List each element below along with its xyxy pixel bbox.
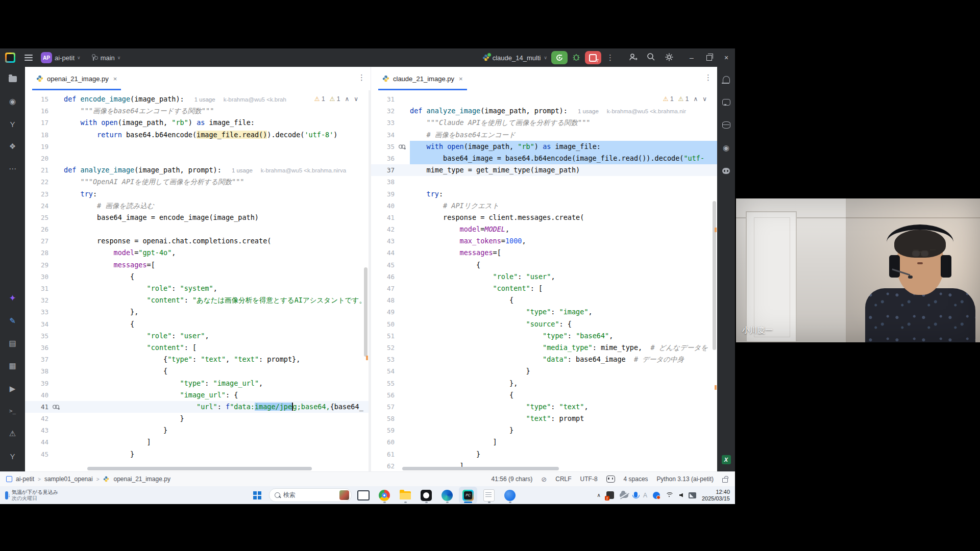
branch-selector[interactable]: main ∨ (89, 52, 124, 64)
antenna-icon[interactable]: A (643, 492, 647, 499)
terminal-tool-button[interactable]: >_ (6, 404, 20, 418)
weather-widget[interactable]: 気温が下がる見込み 次の火曜日 (0, 489, 112, 502)
ai-assistant-tool-button[interactable]: ✦ (6, 291, 20, 305)
edge-app-button[interactable] (438, 487, 456, 504)
settings-button[interactable] (665, 53, 674, 63)
tab-openai-file[interactable]: openai_21_image.py × (32, 67, 121, 90)
line-number[interactable]: 52 (371, 342, 395, 354)
code-line[interactable]: 41 response = client.messages.create( (371, 212, 717, 223)
explorer-app-button[interactable] (396, 487, 414, 504)
code-line[interactable]: 31 "role": "system", (25, 283, 369, 294)
line-number[interactable]: 22 (25, 176, 48, 188)
code-line[interactable]: 45 { (371, 259, 717, 271)
code-line[interactable]: 55 }, (371, 378, 717, 389)
line-number[interactable]: 32 (25, 294, 48, 306)
line-number[interactable]: 18 (25, 129, 48, 141)
line-number[interactable]: 20 (25, 153, 48, 164)
code-line[interactable]: 52 "media_type": mime_type, # どんなデータを (371, 342, 717, 354)
line-number[interactable]: 55 (371, 378, 395, 389)
code-line[interactable]: 25 base64_image = encode_image(image_pat… (25, 212, 369, 223)
status-sphere-icon[interactable] (653, 492, 660, 499)
line-number[interactable]: 57 (371, 401, 395, 413)
main-menu-icon[interactable] (24, 55, 33, 61)
line-number[interactable]: 58 (371, 413, 395, 424)
dependencies-tool-button[interactable]: ◉ (719, 141, 733, 155)
restore-window-button[interactable] (700, 48, 718, 67)
line-number[interactable]: 50 (371, 318, 395, 330)
code-line[interactable]: 50 "source": { (371, 318, 717, 330)
code-line[interactable]: 28 model="gpt-4o", (25, 247, 369, 259)
line-number[interactable]: 34 (25, 318, 48, 330)
code-line[interactable]: 24 # 画像を読み込む (25, 200, 369, 212)
line-number[interactable]: 23 (25, 188, 48, 200)
code-line[interactable]: 33 }, (25, 306, 369, 318)
prev-problem-button[interactable]: ∧ (345, 95, 349, 103)
code-line[interactable]: 42 model=MODEL, (371, 223, 717, 235)
ai-chat-tool-button[interactable] (719, 95, 733, 109)
search-everywhere-button[interactable] (647, 53, 655, 63)
line-number[interactable]: 37 (25, 354, 48, 365)
taskbar-clock[interactable]: 12:40 2025/03/15 (702, 489, 730, 502)
code-line[interactable]: 51 "type": "base64", (371, 330, 717, 342)
code-line[interactable]: 27 response = openai.chat.completions.cr… (25, 235, 369, 247)
commit-tool-button[interactable]: ◉ (6, 94, 20, 108)
code-line[interactable]: 37 mime_type = get_mime_type(image_path) (371, 164, 717, 176)
interpreter[interactable]: Python 3.13 (ai-petit) (657, 475, 714, 483)
version-control-tool-button[interactable]: Y (6, 449, 20, 463)
pull-requests-tool-button[interactable]: Y (6, 117, 20, 131)
line-number[interactable]: 31 (371, 93, 395, 105)
minimize-button[interactable]: – (683, 48, 700, 67)
line-number[interactable]: 34 (371, 129, 395, 141)
structure-tool-button[interactable]: ❖ (6, 140, 20, 154)
line-number[interactable]: 36 (371, 153, 395, 164)
code-line[interactable]: 53 "data": base64_image # データの中身 (371, 354, 717, 365)
prev-problem-button[interactable]: ∧ (693, 95, 698, 103)
code-line[interactable]: 22 """OpenAI APIを使用して画像を分析する関数""" (25, 176, 369, 188)
code-line[interactable]: 39 try: (371, 188, 717, 200)
line-number[interactable]: 39 (371, 188, 395, 200)
line-number[interactable]: 21 (25, 164, 48, 176)
code-line[interactable]: 44 ] (25, 436, 369, 448)
problems-tool-button[interactable]: ⚠ (6, 427, 20, 440)
excel-tool-button[interactable]: X (719, 453, 733, 467)
line-number[interactable]: 49 (371, 306, 395, 318)
line-number[interactable]: 37 (371, 164, 395, 176)
line-number[interactable]: 16 (25, 105, 48, 117)
code-line[interactable]: 46 "role": "user", (371, 271, 717, 283)
line-number[interactable]: 46 (371, 271, 395, 283)
code-line[interactable]: 16 """画像をbase64エンコードする関数""" (25, 105, 369, 117)
breadcrumb-project[interactable]: ai-petit (16, 475, 34, 483)
code-line[interactable]: 36 "content": [ (25, 342, 369, 354)
line-number[interactable]: 38 (25, 365, 48, 377)
debug-button[interactable] (572, 53, 581, 63)
usage-hint[interactable]: 1 usage (194, 96, 215, 103)
start-button[interactable] (248, 487, 266, 504)
line-number[interactable]: 45 (25, 448, 48, 460)
code-line[interactable]: 17 with open(image_path, "rb") as image_… (25, 117, 369, 129)
code-line[interactable]: 33 """Claude APIを使用して画像を分析する関数""" (371, 117, 717, 129)
code-line[interactable]: 57 "type": "text", (371, 401, 717, 413)
add-user-button[interactable] (628, 53, 638, 63)
line-number[interactable]: 26 (25, 223, 48, 235)
line-number[interactable]: 15 (25, 93, 48, 105)
code-line[interactable]: 29 messages=[ (25, 259, 369, 271)
line-number[interactable]: 33 (25, 306, 48, 318)
images-icon[interactable] (689, 492, 696, 498)
right-pane-options-button[interactable]: ⋮ (704, 73, 712, 82)
line-number[interactable]: 51 (371, 330, 395, 342)
code-line[interactable]: 32 "content": "あなたは画像分析を得意とするAIアシスタントです。 (25, 294, 369, 306)
indent-style[interactable]: 4 spaces (624, 475, 648, 483)
code-line[interactable]: 32def analyze_image(image_path, prompt):… (371, 105, 717, 117)
github-app-button[interactable] (417, 487, 435, 504)
code-line[interactable]: 42 } (25, 413, 369, 424)
unlock-icon[interactable] (722, 478, 728, 483)
microphone-icon[interactable] (634, 492, 638, 497)
code-line[interactable]: 38 { (25, 365, 369, 377)
code-line[interactable]: 34 # 画像をbase64エンコード (371, 129, 717, 141)
line-number[interactable]: 30 (25, 271, 48, 283)
line-number[interactable]: 19 (25, 141, 48, 153)
code-line[interactable]: 21def analyze_image(image_path, prompt):… (25, 164, 369, 176)
close-tab-icon[interactable]: × (459, 75, 463, 83)
editor-openai[interactable]: 15def encode_image(image_path):1 usagek-… (25, 90, 371, 472)
line-number[interactable]: 36 (25, 342, 48, 354)
